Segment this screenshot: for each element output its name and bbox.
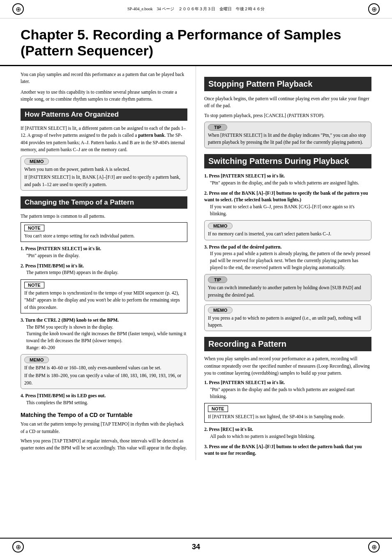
recording-step-1: 1. Press [PATTERN SELECT] so it's lit. "… — [204, 379, 371, 400]
step-3-title: Turn the CTRL 2 (BPM) knob to set the BP… — [25, 318, 119, 322]
stopping-playback-body2: To stop pattern playback, press [CANCEL]… — [204, 112, 371, 119]
stopping-playback-tip: TIP When [PATTERN SELECT] is lit and the… — [204, 122, 371, 149]
recording-pattern-body1: When you play samples and record your pe… — [204, 355, 371, 377]
changing-tempo-heading: Changing the Tempo of a Pattern — [21, 196, 187, 209]
changing-tempo-note2-label: NOTE — [24, 282, 44, 288]
left-column: You can play samples and record this per… — [21, 66, 196, 460]
chapter-title-area: Chapter 5. Recording a Performance of Sa… — [0, 18, 392, 66]
changing-tempo-memo2: MEMO If the BPM is 40–60 or 160–180, onl… — [21, 354, 187, 389]
changing-tempo-intro: The pattern tempo is common to all patte… — [21, 213, 187, 220]
step-4: 4. Press [TIME/BPM] so its LED goes out.… — [21, 392, 187, 406]
recording-step-2-body: All pads to which no pattern is assigned… — [210, 433, 371, 440]
switching-step-2-number: 2. — [204, 191, 209, 196]
stopping-playback-body1: Once playback begins, the pattern will c… — [204, 95, 371, 110]
recording-note: NOTE If [PATTERN SELECT] is not lighted,… — [204, 403, 371, 423]
changing-tempo-note-label: NOTE — [24, 225, 44, 231]
switching-tip: TIP You can switch immediately to anothe… — [204, 274, 371, 301]
bottom-right-corner-mark: ⊕ — [368, 541, 380, 553]
switching-step-3-title: Press the pad of the desired pattern. — [209, 244, 282, 249]
changing-tempo-note: NOTE You can't store a tempo setting for… — [21, 222, 187, 242]
recording-step-2: 2. Press [REC] so it's lit. All pads to … — [204, 426, 371, 440]
step-2-body: The pattern tempo (BPM) appears in the d… — [26, 269, 187, 276]
page: ⊕ SP-404_e.book 34 ページ ２００６年３月３日 金曜日 午後２… — [0, 0, 392, 555]
switching-step-2-title: Press one of the BANK [A]–[F/J] buttons … — [204, 191, 368, 203]
switching-step-1-number: 1. — [204, 173, 209, 178]
bottom-row: ⊕ 34 ⊕ — [0, 538, 392, 555]
switching-step-3-body: If you press a pad while a pattern is al… — [210, 250, 371, 271]
step-3: 3. Turn the CTRL 2 (BPM) knob to set the… — [21, 317, 187, 351]
step-3-body: The BPM you specify is shown in the disp… — [26, 324, 187, 351]
changing-tempo-note2-text: If the pattern tempo is synchronized to … — [24, 290, 184, 311]
switching-patterns-heading: Switching Patterns During Playback — [204, 154, 371, 168]
how-patterns-memo-label: MEMO — [24, 158, 49, 165]
changing-tempo-memo2-label: MEMO — [24, 357, 49, 363]
switching-memo-text: If no memory card is inserted, you can't… — [208, 230, 368, 237]
switching-memo2-text: If you press a pad to which no pattern i… — [208, 315, 368, 329]
main-content: You can play samples and record this per… — [0, 66, 392, 460]
page-number: 34 — [192, 543, 200, 551]
bottom-left-corner-mark: ⊕ — [12, 541, 24, 553]
switching-memo: MEMO If no memory card is inserted, you … — [204, 220, 371, 240]
matching-tempo-heading: Matching the Tempo of a CD or Turntable — [21, 412, 187, 418]
how-patterns-memo: MEMO When you turn on the power, pattern… — [21, 156, 187, 191]
stopping-playback-tip-label: TIP — [208, 124, 227, 131]
changing-tempo-note-text: You can't store a tempo setting for each… — [24, 233, 184, 240]
how-patterns-memo-text1: When you turn on the power, pattern bank… — [24, 166, 184, 173]
recording-step-3-number: 3. — [204, 444, 209, 449]
switching-step-3: 3. Press the pad of the desired pattern.… — [204, 244, 371, 271]
intro-para2: Another way to use this capability is to… — [21, 89, 187, 103]
step-4-title: Press [TIME/BPM] so its LED goes out. — [25, 393, 106, 398]
changing-tempo-note2: NOTE If the pattern tempo is synchronize… — [21, 279, 187, 313]
step-2-number: 2. — [21, 263, 25, 268]
switching-step-2: 2. Press one of the BANK [A]–[F/J] butto… — [204, 190, 371, 217]
recording-step-3: 3. Press one of the BANK [A]–[F/J] butto… — [204, 443, 371, 457]
step-4-body: This completes the BPM setting. — [26, 399, 187, 406]
recording-step-2-title: Press [REC] so it's lit. — [209, 427, 253, 432]
right-column: Stopping Pattern Playback Once playback … — [196, 66, 371, 460]
changing-tempo-memo2-text1: If the BPM is 40–60 or 160–180, only eve… — [24, 364, 184, 371]
switching-tip-label: TIP — [208, 276, 227, 283]
top-right-corner-mark: ⊕ — [368, 3, 380, 15]
switching-memo2: MEMO If you press a pad to which no patt… — [204, 304, 371, 332]
step-3-number: 3. — [21, 318, 25, 322]
step-1-number: 1. — [21, 246, 25, 251]
switching-memo2-label: MEMO — [208, 307, 233, 313]
recording-step-1-title: Press [PATTERN SELECT] so it's lit. — [209, 380, 285, 385]
stopping-playback-tip-text: When [PATTERN SELECT] is lit and the dis… — [208, 132, 368, 146]
step-2: 2. Press [TIME/BPM] so it's lit. The pat… — [21, 263, 187, 276]
switching-step-2-body: If you want to select a bank G–J, press … — [210, 203, 371, 217]
changing-tempo-memo2-text2: If the BPM is 180–200, you can specify a… — [24, 372, 184, 387]
recording-step-1-body: "Ptn" appears in the display and the pad… — [210, 386, 371, 400]
how-patterns-body: If [PATTERN SELECT] is lit, a different … — [21, 125, 187, 153]
how-patterns-heading: How Patterns Are Organized — [21, 108, 187, 121]
top-header-row: ⊕ SP-404_e.book 34 ページ ２００６年３月３日 金曜日 午後２… — [0, 0, 392, 18]
matching-tempo-body1: You can set the pattern tempo by pressin… — [21, 421, 187, 435]
recording-step-3-title: Press one of the BANK [A]–[F/J] buttons … — [204, 444, 362, 456]
stopping-playback-heading: Stopping Pattern Playback — [204, 77, 371, 91]
switching-memo-label: MEMO — [208, 223, 233, 229]
recording-pattern-heading: Recording a Pattern — [204, 337, 371, 351]
how-patterns-memo-text2: If [PATTERN SELECT] is lit, BANK [A]–[F/… — [24, 174, 184, 188]
step-1: 1. Press [PATTERN SELECT] so it's lit. "… — [21, 245, 187, 259]
top-left-corner-mark: ⊕ — [12, 3, 24, 15]
switching-step-1: 1. Press [PATTERN SELECT] so it's lit. "… — [204, 173, 371, 186]
recording-note-label: NOTE — [208, 405, 228, 412]
step-2-title: Press [TIME/BPM] so it's lit. — [25, 263, 84, 268]
recording-step-1-number: 1. — [204, 380, 209, 385]
switching-step-3-number: 3. — [204, 244, 209, 249]
intro-para1: You can play samples and record this per… — [21, 71, 187, 85]
chapter-title: Chapter 5. Recording a Performance of Sa… — [21, 27, 371, 59]
step-4-number: 4. — [21, 393, 25, 398]
recording-step-2-number: 2. — [204, 427, 209, 432]
recording-note-text: If [PATTERN SELECT] is not lighted, the … — [208, 413, 368, 420]
step-1-title: Press [PATTERN SELECT] so it's lit. — [25, 246, 101, 251]
matching-tempo-body2: When you press [TAP TEMPO] at regular in… — [21, 438, 187, 452]
switching-step-1-body: "Ptn" appears in the display, and the pa… — [210, 180, 371, 187]
switching-tip-text: You can switch immediately to another pa… — [208, 284, 368, 299]
switching-step-1-title: Press [PATTERN SELECT] so it's lit. — [209, 173, 285, 178]
header-book-info: SP-404_e.book 34 ページ ２００６年３月３日 金曜日 午後２時４… — [24, 6, 368, 12]
step-1-body: "Ptn" appears in the display. — [26, 252, 187, 259]
